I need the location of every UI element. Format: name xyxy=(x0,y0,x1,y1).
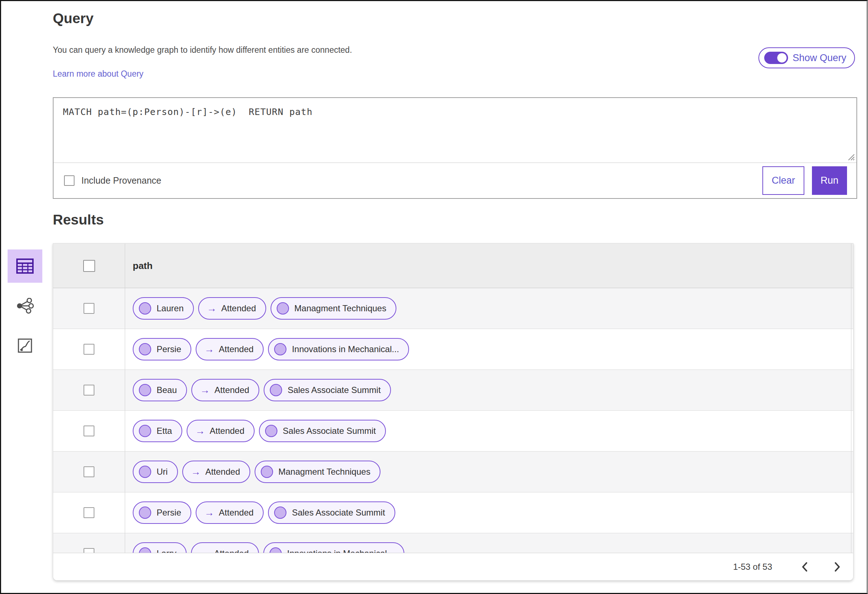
edge-pill-label: Attended xyxy=(219,508,254,518)
edge-pill[interactable]: → Attended xyxy=(198,297,266,320)
node-circle-icon xyxy=(261,466,273,478)
start-node-pill[interactable]: Uri xyxy=(133,461,178,483)
row-checkbox[interactable] xyxy=(84,344,94,355)
node-circle-icon xyxy=(139,343,151,355)
query-editor-wrap: MATCH path=(p:Person)-[r]->(e) RETURN pa… xyxy=(53,98,856,163)
edge-pill-label: Attended xyxy=(205,467,240,477)
row-path-cell: Lauren → Attended Managment Techniques xyxy=(125,288,853,329)
arrow-right-icon: → xyxy=(195,426,205,436)
start-node-pill[interactable]: Etta xyxy=(133,420,182,442)
previous-page-button[interactable] xyxy=(800,560,810,573)
end-node-pill[interactable]: Innovations in Mechanical... xyxy=(263,542,404,553)
path-pill-track: Persie → Attended Sales Associate Summit xyxy=(133,501,395,524)
row-checkbox[interactable] xyxy=(84,507,94,518)
pagination-bar: 1-53 of 53 xyxy=(53,553,853,580)
arrow-right-icon: → xyxy=(191,467,201,477)
end-node-pill[interactable]: Innovations in Mechanical... xyxy=(268,338,409,360)
edge-pill[interactable]: → Attended xyxy=(187,420,255,442)
edge-pill[interactable]: → Attended xyxy=(191,542,259,553)
chart-view-button[interactable] xyxy=(7,329,42,362)
clear-button[interactable]: Clear xyxy=(762,166,805,195)
next-page-button[interactable] xyxy=(832,560,842,573)
end-node-pill-label: Managment Techniques xyxy=(294,303,386,314)
start-node-pill[interactable]: Larry xyxy=(133,542,187,553)
node-circle-icon xyxy=(274,343,286,355)
table-row: Uri → Attended Managment Techniques xyxy=(53,451,853,492)
row-checkbox-cell xyxy=(53,492,125,533)
row-checkbox[interactable] xyxy=(84,466,94,477)
chart-view-icon xyxy=(17,338,32,353)
query-description: You can query a knowledge graph to ident… xyxy=(53,45,352,55)
edge-pill[interactable]: → Attended xyxy=(182,461,250,483)
run-button[interactable]: Run xyxy=(812,166,847,195)
start-node-pill-label: Persie xyxy=(156,344,181,354)
start-node-pill[interactable]: Persie xyxy=(133,338,191,360)
end-node-pill-label: Sales Associate Summit xyxy=(292,508,385,518)
node-circle-icon xyxy=(139,466,151,478)
include-provenance-label: Include Provenance xyxy=(81,175,161,186)
query-editor-input[interactable]: MATCH path=(p:Person)-[r]->(e) RETURN pa… xyxy=(53,98,856,162)
table-right-gutter xyxy=(851,244,851,553)
toggle-track-icon xyxy=(764,52,788,64)
end-node-pill[interactable]: Sales Associate Summit xyxy=(259,420,386,442)
end-node-pill-label: Innovations in Mechanical... xyxy=(292,344,399,354)
show-query-toggle-label: Show Query xyxy=(793,52,846,63)
include-provenance-checkbox[interactable] xyxy=(64,175,74,186)
row-path-cell: Larry → Attended Innovations in Mechanic… xyxy=(125,533,853,553)
select-all-checkbox[interactable] xyxy=(83,260,95,272)
node-circle-icon xyxy=(139,302,151,314)
edge-pill-label: Attended xyxy=(214,548,249,553)
table-row: Larry → Attended Innovations in Mechanic… xyxy=(53,533,853,553)
node-circle-icon xyxy=(139,425,151,437)
end-node-pill-label: Sales Associate Summit xyxy=(288,385,381,395)
path-column-header: path xyxy=(125,260,853,271)
row-checkbox[interactable] xyxy=(84,548,94,553)
node-circle-icon xyxy=(139,507,151,519)
results-title: Results xyxy=(53,212,104,228)
node-circle-icon xyxy=(139,547,151,553)
end-node-pill[interactable]: Managment Techniques xyxy=(255,461,381,483)
learn-more-link[interactable]: Learn more about Query xyxy=(53,69,143,79)
edge-pill[interactable]: → Attended xyxy=(196,338,264,360)
table-header-row: path xyxy=(53,244,853,288)
arrow-right-icon: → xyxy=(204,345,214,354)
show-query-toggle[interactable]: Show Query xyxy=(759,47,855,68)
start-node-pill[interactable]: Lauren xyxy=(133,297,194,320)
toggle-knob-icon xyxy=(777,53,787,63)
end-node-pill-label: Sales Associate Summit xyxy=(283,426,376,436)
edge-pill[interactable]: → Attended xyxy=(196,501,264,524)
row-path-cell: Persie → Attended Innovations in Mechani… xyxy=(125,329,853,370)
edge-pill[interactable]: → Attended xyxy=(191,379,259,401)
edge-pill-label: Attended xyxy=(221,303,256,314)
end-node-pill[interactable]: Sales Associate Summit xyxy=(264,379,391,401)
start-node-pill[interactable]: Beau xyxy=(133,379,187,401)
node-circle-icon xyxy=(139,384,151,396)
end-node-pill-label: Innovations in Mechanical... xyxy=(287,548,394,553)
table-row: Etta → Attended Sales Associate Summit xyxy=(53,411,853,451)
row-checkbox-cell xyxy=(53,288,125,329)
graph-view-button[interactable] xyxy=(7,289,42,323)
table-body: Lauren → Attended Managment Techniques xyxy=(53,288,853,553)
results-table-card: path Lauren → Attended Managment Techniq… xyxy=(53,243,853,581)
end-node-pill[interactable]: Sales Associate Summit xyxy=(268,501,395,524)
row-checkbox[interactable] xyxy=(84,426,94,436)
start-node-pill-label: Lauren xyxy=(156,303,184,314)
resize-handle-icon[interactable] xyxy=(847,153,855,161)
node-circle-icon xyxy=(269,547,282,553)
start-node-pill[interactable]: Persie xyxy=(133,501,191,524)
edge-pill-label: Attended xyxy=(210,426,245,436)
row-path-cell: Uri → Attended Managment Techniques xyxy=(125,451,853,492)
path-pill-track: Uri → Attended Managment Techniques xyxy=(133,461,381,483)
table-view-icon xyxy=(16,258,34,274)
row-checkbox-cell xyxy=(53,329,125,370)
start-node-pill-label: Uri xyxy=(156,467,168,477)
row-checkbox-cell xyxy=(53,370,125,410)
end-node-pill[interactable]: Managment Techniques xyxy=(270,297,396,320)
row-checkbox-cell xyxy=(53,411,125,451)
row-path-cell: Beau → Attended Sales Associate Summit xyxy=(125,370,853,410)
row-checkbox-cell xyxy=(53,451,125,492)
start-node-pill-label: Persie xyxy=(156,508,181,518)
row-checkbox[interactable] xyxy=(84,385,94,395)
table-view-button[interactable] xyxy=(7,249,42,283)
row-checkbox[interactable] xyxy=(84,303,94,314)
